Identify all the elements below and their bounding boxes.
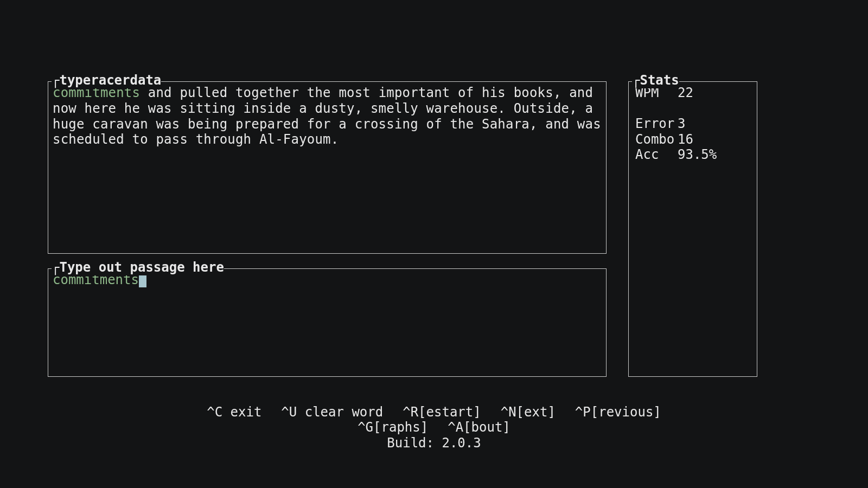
stat-combo: Combo 16 bbox=[635, 132, 750, 147]
shortcut-previous[interactable]: ^P[revious] bbox=[575, 404, 661, 420]
shortcut-restart[interactable]: ^R[estart] bbox=[403, 404, 481, 420]
shortcut-next[interactable]: ^N[ext] bbox=[501, 404, 556, 420]
shortcut-about[interactable]: ^A[bout] bbox=[448, 420, 510, 435]
app-root: ┌typeracerdata commitments and pulled to… bbox=[0, 0, 868, 488]
stat-acc: Acc 93.5% bbox=[635, 147, 750, 163]
stat-acc-label: Acc bbox=[635, 147, 678, 163]
build-label: Build: bbox=[387, 435, 442, 451]
shortcut-graphs[interactable]: ^G[raphs] bbox=[358, 420, 428, 435]
build-line: Build: 2.0.3 bbox=[0, 435, 868, 451]
left-column: ┌typeracerdata commitments and pulled to… bbox=[48, 81, 607, 377]
passage-title-text: typeracerdata bbox=[59, 73, 161, 88]
stats-panel: ┌Stats WPM 22 Error 3 Combo 16 Acc 93.5% bbox=[628, 81, 757, 377]
footer: ^C exit ^U clear word ^R[estart] ^N[ext]… bbox=[0, 404, 868, 451]
shortcut-exit[interactable]: ^C exit bbox=[207, 404, 261, 420]
panels-row: ┌typeracerdata commitments and pulled to… bbox=[48, 81, 820, 377]
stat-wpm-value: 22 bbox=[678, 85, 693, 101]
input-panel-title: ┌Type out passage here bbox=[52, 260, 224, 275]
input-panel[interactable]: ┌Type out passage here commitments bbox=[48, 268, 607, 377]
stat-combo-label: Combo bbox=[635, 132, 678, 147]
passage-panel-title: ┌typeracerdata bbox=[52, 73, 161, 88]
passage-panel: ┌typeracerdata commitments and pulled to… bbox=[48, 81, 607, 254]
stat-error-label: Error bbox=[635, 116, 678, 132]
stats-body: WPM 22 Error 3 Combo 16 Acc 93.5% bbox=[635, 85, 750, 163]
input-title-text: Type out passage here bbox=[59, 260, 224, 275]
stat-error: Error 3 bbox=[635, 116, 750, 132]
stat-combo-value: 16 bbox=[678, 132, 693, 147]
passage-text: commitments and pulled together the most… bbox=[53, 85, 602, 147]
stats-title-text: Stats bbox=[640, 73, 679, 88]
stat-acc-value: 93.5% bbox=[678, 147, 717, 163]
build-version: 2.0.3 bbox=[442, 435, 481, 451]
shortcut-line-1: ^C exit ^U clear word ^R[estart] ^N[ext]… bbox=[0, 404, 868, 420]
stats-panel-title: ┌Stats bbox=[632, 73, 679, 88]
shortcut-line-2: ^G[raphs] ^A[bout] bbox=[0, 420, 868, 435]
shortcut-clear-word[interactable]: ^U clear word bbox=[281, 404, 383, 420]
stat-spacer bbox=[635, 101, 750, 116]
stat-error-value: 3 bbox=[678, 116, 685, 132]
